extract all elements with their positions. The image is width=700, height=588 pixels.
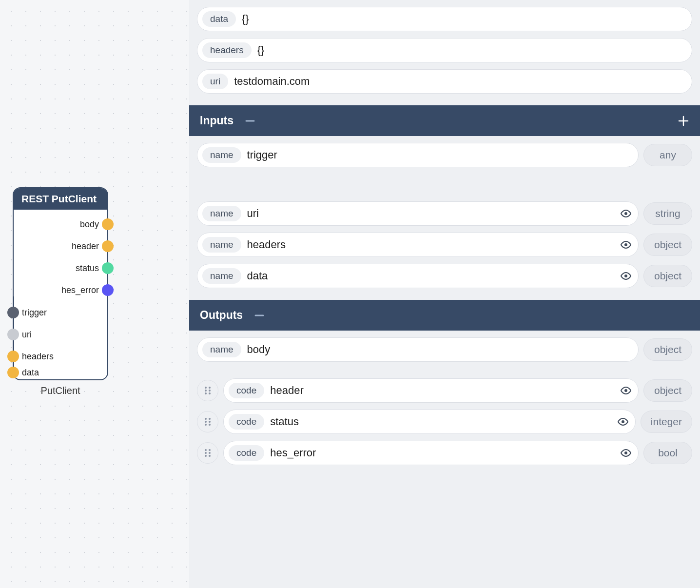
drag-handle-icon[interactable]	[197, 380, 218, 401]
port-dot[interactable]	[7, 351, 19, 362]
svg-point-23	[205, 452, 207, 454]
output-field[interactable]: code header	[223, 378, 639, 403]
svg-point-12	[209, 392, 211, 394]
param-field[interactable]: uri testdomain.com	[197, 69, 692, 94]
node-body: body header status hes_error	[14, 210, 107, 379]
collapse-icon[interactable]	[245, 116, 255, 126]
eye-icon[interactable]	[616, 416, 630, 428]
inputs-list: name trigger any name uri string name	[189, 136, 700, 300]
output-row: name body object	[197, 337, 692, 362]
eye-icon[interactable]	[619, 385, 633, 396]
node-input-port[interactable]: trigger	[7, 307, 50, 318]
svg-point-16	[205, 421, 207, 423]
eye-icon[interactable]	[619, 270, 633, 282]
type-chip[interactable]: bool	[643, 442, 692, 464]
node-output-port[interactable]: hes_error	[58, 284, 114, 296]
svg-point-11	[205, 392, 207, 394]
drag-handle-icon[interactable]	[197, 411, 218, 432]
node-input-port[interactable]: data	[7, 367, 42, 378]
input-field[interactable]: name data	[197, 264, 639, 288]
svg-point-13	[624, 389, 627, 392]
svg-point-10	[209, 390, 211, 392]
port-dot[interactable]	[102, 262, 114, 274]
param-row: uri testdomain.com	[197, 69, 692, 94]
port-label: body	[77, 219, 102, 230]
output-field[interactable]: code hes_error	[223, 441, 639, 465]
node-output-port[interactable]: header	[69, 240, 114, 252]
field-value: body	[241, 343, 633, 356]
output-row: code status integer	[197, 410, 692, 434]
svg-point-5	[624, 274, 627, 277]
type-chip[interactable]: object	[643, 234, 692, 256]
field-tag: name	[202, 206, 241, 221]
svg-point-4	[624, 243, 627, 246]
node-input-port[interactable]: uri	[7, 329, 35, 340]
node-output-port[interactable]: body	[77, 218, 114, 230]
add-input-button[interactable]	[678, 115, 689, 127]
outputs-list: name body object code header object	[189, 331, 700, 477]
output-row: code hes_error bool	[197, 441, 692, 465]
field-tag: name	[202, 268, 241, 284]
param-list: data {} headers {} uri testdomain.com	[189, 0, 700, 105]
port-label: header	[69, 241, 102, 252]
field-value: data	[241, 270, 619, 282]
port-label: trigger	[19, 308, 50, 318]
input-row: name uri string	[197, 201, 692, 226]
port-label: data	[19, 368, 42, 378]
eye-icon[interactable]	[619, 447, 633, 459]
svg-point-24	[209, 452, 211, 454]
svg-point-21	[205, 449, 207, 451]
node-title: REST PutClient	[14, 188, 107, 210]
port-dot[interactable]	[7, 367, 19, 378]
param-tag: uri	[202, 74, 228, 89]
input-field[interactable]: name uri	[197, 201, 639, 226]
port-dot[interactable]	[102, 218, 114, 230]
field-tag: code	[229, 414, 264, 430]
input-field[interactable]: name trigger	[197, 143, 639, 167]
field-tag: name	[202, 237, 241, 253]
field-value: header	[264, 384, 619, 397]
port-dot[interactable]	[102, 240, 114, 252]
collapse-icon[interactable]	[254, 311, 264, 320]
node-output-port[interactable]: status	[73, 262, 114, 274]
type-chip[interactable]: string	[643, 202, 692, 225]
port-label: hes_error	[58, 285, 102, 295]
output-field[interactable]: code status	[223, 410, 636, 434]
port-label: uri	[19, 330, 35, 340]
port-dot[interactable]	[102, 284, 114, 296]
port-dot[interactable]	[7, 329, 19, 340]
port-dot[interactable]	[7, 307, 19, 318]
input-row: name trigger any	[197, 143, 692, 167]
field-tag: name	[202, 147, 241, 163]
input-row: name data object	[197, 264, 692, 288]
field-value: uri	[241, 207, 619, 220]
param-tag: data	[202, 11, 236, 27]
eye-icon[interactable]	[619, 208, 633, 219]
drag-handle-icon[interactable]	[197, 442, 218, 464]
svg-point-17	[209, 421, 211, 423]
type-chip[interactable]: any	[643, 144, 692, 166]
type-chip[interactable]: object	[643, 338, 692, 361]
field-tag: code	[229, 445, 264, 461]
param-field[interactable]: data {}	[197, 7, 692, 31]
field-value: trigger	[241, 149, 633, 161]
output-row: code header object	[197, 378, 692, 403]
svg-point-15	[209, 418, 211, 420]
svg-point-9	[205, 390, 207, 392]
svg-point-19	[209, 424, 211, 426]
canvas[interactable]: REST PutClient body header status hes_er…	[0, 0, 189, 588]
output-field[interactable]: name body	[197, 337, 639, 362]
node-rest-putclient[interactable]: REST PutClient body header status hes_er…	[13, 187, 108, 380]
field-value: headers	[241, 238, 619, 251]
eye-icon[interactable]	[619, 239, 633, 251]
svg-point-27	[624, 451, 627, 454]
svg-point-8	[209, 387, 211, 389]
svg-point-22	[209, 449, 211, 451]
port-label: status	[73, 263, 102, 274]
input-field[interactable]: name headers	[197, 233, 639, 257]
type-chip[interactable]: integer	[641, 411, 692, 433]
node-input-port[interactable]: headers	[7, 351, 57, 362]
param-field[interactable]: headers {}	[197, 38, 692, 62]
type-chip[interactable]: object	[643, 379, 692, 402]
type-chip[interactable]: object	[643, 265, 692, 287]
